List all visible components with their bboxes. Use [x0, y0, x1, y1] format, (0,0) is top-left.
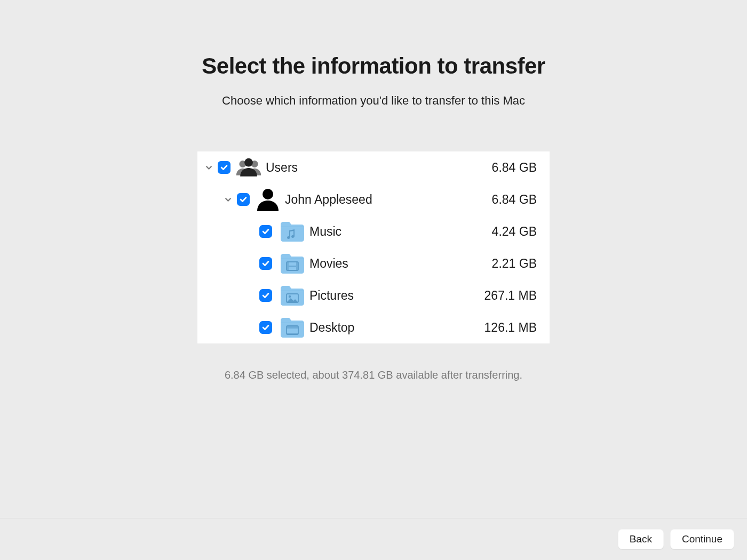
tree-size-pictures: 267.1 MB: [473, 289, 537, 303]
svg-rect-12: [287, 333, 298, 334]
tree-row-desktop[interactable]: Desktop 126.1 MB: [197, 311, 550, 343]
checkbox-music[interactable]: [259, 225, 272, 238]
svg-point-3: [263, 189, 273, 199]
tree-size-desktop: 126.1 MB: [473, 321, 537, 335]
tree-label-music: Music: [309, 225, 341, 239]
migration-assistant-window: Select the information to transfer Choos…: [0, 0, 747, 560]
back-button[interactable]: Back: [618, 529, 664, 549]
tree-row-user[interactable]: John Appleseed 6.84 GB: [197, 183, 550, 215]
selection-status: 6.84 GB selected, about 374.81 GB availa…: [225, 369, 522, 381]
svg-point-2: [244, 158, 253, 167]
button-bar: Back Continue: [0, 518, 747, 560]
chevron-down-icon[interactable]: [203, 164, 214, 171]
person-icon: [253, 187, 283, 212]
music-folder-icon: [277, 219, 307, 244]
tree-label-desktop: Desktop: [309, 321, 354, 335]
tree-label-pictures: Pictures: [309, 289, 354, 303]
transfer-selection-list: Users 6.84 GB John Appleseed: [197, 151, 550, 343]
tree-row-pictures[interactable]: Pictures 267.1 MB: [197, 279, 550, 311]
tree-size-user: 6.84 GB: [473, 193, 537, 207]
content-area: Select the information to transfer Choos…: [0, 0, 747, 518]
tree-row-music[interactable]: Music 4.24 GB: [197, 215, 550, 247]
tree-label-user: John Appleseed: [285, 193, 372, 207]
tree-size-users: 6.84 GB: [473, 161, 537, 175]
checkbox-user[interactable]: [237, 193, 250, 206]
continue-button[interactable]: Continue: [670, 529, 734, 549]
pictures-folder-icon: [277, 283, 307, 308]
chevron-down-icon[interactable]: [222, 196, 234, 203]
tree-label-movies: Movies: [309, 257, 348, 271]
checkbox-users[interactable]: [218, 161, 231, 174]
svg-rect-6: [296, 262, 298, 270]
svg-point-9: [289, 295, 291, 298]
movies-folder-icon: [277, 251, 307, 276]
svg-rect-5: [287, 262, 289, 270]
page-subtitle: Choose which information you'd like to t…: [222, 94, 525, 108]
checkbox-desktop[interactable]: [259, 321, 272, 334]
tree-size-movies: 2.21 GB: [473, 257, 537, 271]
checkbox-movies[interactable]: [259, 257, 272, 270]
svg-rect-11: [287, 326, 298, 329]
desktop-folder-icon: [277, 315, 307, 340]
tree-row-movies[interactable]: Movies 2.21 GB: [197, 247, 550, 279]
page-title: Select the information to transfer: [202, 53, 545, 79]
tree-size-music: 4.24 GB: [473, 225, 537, 239]
checkbox-pictures[interactable]: [259, 289, 272, 302]
tree-label-users: Users: [266, 161, 298, 175]
users-group-icon: [234, 155, 264, 180]
tree-row-users[interactable]: Users 6.84 GB: [197, 151, 550, 183]
